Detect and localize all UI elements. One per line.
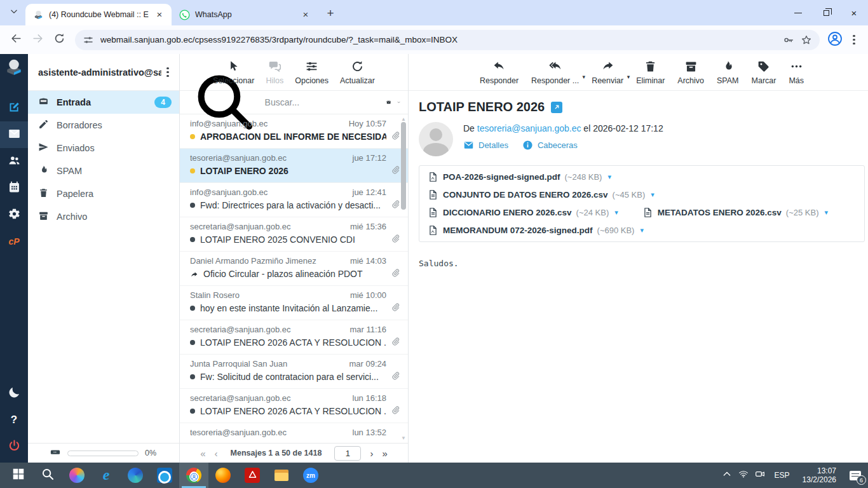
taskbar-search-button[interactable] [33, 463, 62, 488]
scroll-up-arrow[interactable]: ▲ [401, 116, 406, 122]
tab-close-icon[interactable]: × [154, 9, 165, 20]
browser-menu-button[interactable] [846, 32, 862, 48]
scrollbar-thumb[interactable] [401, 122, 406, 210]
attachment-menu-caret-icon[interactable]: ▾ [607, 173, 611, 181]
rail-compose-button[interactable] [0, 95, 28, 121]
attachment-name[interactable]: DICCIONARIO ENERO 2026.csv [443, 208, 572, 217]
details-toggle[interactable]: Detalles [463, 140, 508, 151]
taskbar-edge[interactable] [121, 463, 150, 488]
attachment-item[interactable]: METADATOS ENERO 2026.csv (~25 KB) ▾ [642, 207, 828, 218]
folder-item-entrada[interactable]: Entrada 4 [28, 91, 179, 114]
list-scrollbar[interactable]: ▲ ▼ [400, 114, 407, 443]
rail-mail-button[interactable] [0, 121, 28, 148]
attachment-menu-caret-icon[interactable]: ▾ [651, 191, 654, 199]
attachment-menu-caret-icon[interactable]: ▾ [640, 226, 644, 234]
select-button[interactable]: Seleccionar [213, 60, 254, 85]
attachment-item[interactable]: MEMORANDUM 072-2026-signed.pdf (~690 KB)… [428, 225, 644, 236]
attachment-item[interactable]: POA-2026-signed-signed.pdf (~248 KB) ▾ [428, 172, 611, 182]
message-row[interactable]: secretaria@sanjuan.gob.ecmié 15:36 LOTAI… [180, 217, 408, 252]
tray-wifi[interactable] [735, 463, 752, 488]
forward-caret-icon[interactable]: ▾ [627, 74, 630, 80]
page-number-input[interactable] [334, 446, 361, 461]
reply-all-button[interactable]: Responder ...▾ [531, 60, 579, 85]
read-dot[interactable] [190, 203, 195, 208]
sender-email-link[interactable]: tesoreria@sanjuan.gob.ec [477, 123, 581, 133]
read-dot[interactable] [190, 374, 195, 379]
taskbar-zoom[interactable]: zm [296, 463, 325, 488]
browser-tab-roundcube[interactable]: (4) Roundcube Webmail :: Entra × [25, 4, 172, 25]
scroll-down-arrow[interactable]: ▼ [401, 435, 406, 441]
attachment-item[interactable]: CONJUNTO DE DATOS ENERO 2026.csv (~45 KB… [428, 189, 654, 200]
taskbar-acrobat[interactable] [238, 463, 267, 488]
message-row[interactable]: tesoreria@sanjuan.gob.eclun 13:52 [180, 423, 408, 443]
reply-button[interactable]: Responder [480, 60, 519, 85]
reload-button[interactable] [50, 30, 69, 50]
message-row[interactable]: info@sanjuan.gob.ecHoy 10:57 APROBACION … [180, 114, 408, 149]
read-dot[interactable] [190, 237, 195, 242]
message-row[interactable]: Stalin Roseromié 10:00 hoy en este insta… [180, 286, 408, 320]
url-text[interactable]: webmail.sanjuan.gob.ec/cpsess9192276835/… [100, 35, 776, 44]
browser-tab-whatsapp[interactable]: WhatsApp × [172, 4, 318, 25]
reply-all-caret-icon[interactable]: ▾ [583, 74, 586, 80]
message-row[interactable]: Junta Parroquial San Juanmar 09:24 Fw: S… [180, 355, 408, 389]
attachment-item[interactable]: DICCIONARIO ENERO 2026.csv (~24 KB) ▾ [428, 207, 618, 218]
mark-button[interactable]: Marcar [752, 60, 776, 85]
close-button[interactable]: × [840, 0, 868, 25]
start-button[interactable] [4, 463, 33, 488]
rail-logout-button[interactable] [0, 433, 28, 460]
folder-item-enviados[interactable]: Enviados [28, 137, 179, 159]
search-scope-mail-icon[interactable] [386, 96, 391, 109]
password-key-icon[interactable] [783, 34, 794, 46]
forward-button[interactable]: Reenviar▾ [592, 60, 623, 85]
next-page-button[interactable]: › [370, 449, 373, 458]
taskbar-copilot[interactable] [62, 463, 92, 488]
minimize-button[interactable] [784, 0, 812, 25]
delete-button[interactable]: Eliminar [636, 60, 665, 85]
read-dot[interactable] [190, 340, 195, 345]
restore-button[interactable] [812, 0, 840, 25]
threads-button[interactable]: Hilos [266, 60, 283, 85]
options-button[interactable]: Opciones [295, 60, 329, 85]
search-options-chevron-icon[interactable] [397, 98, 400, 107]
prev-page-button[interactable]: ‹ [215, 449, 218, 458]
tray-expand-button[interactable] [719, 463, 735, 488]
rail-darkmode-button[interactable] [0, 380, 28, 407]
attachment-menu-caret-icon[interactable]: ▾ [825, 208, 829, 217]
back-button[interactable] [6, 30, 25, 50]
rail-calendar-button[interactable] [0, 175, 28, 201]
taskbar-outlook[interactable] [150, 463, 179, 488]
read-dot[interactable] [190, 409, 195, 414]
attachment-name[interactable]: METADATOS ENERO 2026.csv [658, 208, 782, 217]
rail-settings-button[interactable] [0, 201, 28, 228]
address-bar[interactable]: webmail.sanjuan.gob.ec/cpsess9192276835/… [75, 30, 820, 50]
message-row[interactable]: Daniel Armando Pazmiño Jimenezmié 14:03 … [180, 252, 408, 286]
taskbar-chrome[interactable] [179, 463, 208, 488]
unread-dot[interactable] [190, 168, 195, 173]
headers-toggle[interactable]: Cabeceras [522, 140, 578, 151]
message-row[interactable]: secretaria@sanjuan.gob.ecmar 11:16 LOTAI… [180, 320, 408, 355]
attachment-name[interactable]: MEMORANDUM 072-2026-signed.pdf [443, 226, 593, 235]
spam-button[interactable]: SPAM [717, 60, 739, 85]
notification-center-button[interactable]: 6 [843, 463, 868, 488]
tray-meet-now[interactable] [752, 463, 768, 488]
new-tab-button[interactable]: + [322, 4, 339, 22]
archive-button[interactable]: Archivo [677, 60, 704, 85]
folder-item-archivo[interactable]: Archivo [28, 205, 179, 228]
open-in-new-window-button[interactable] [551, 102, 562, 113]
unread-dot[interactable] [190, 134, 195, 139]
rail-help-button[interactable]: ? [0, 407, 28, 433]
tab-search-button[interactable] [5, 4, 23, 22]
read-dot[interactable] [190, 306, 195, 311]
taskbar-firefox[interactable] [208, 463, 238, 488]
more-button[interactable]: Más [789, 60, 804, 85]
rail-contacts-button[interactable] [0, 148, 28, 175]
attachment-name[interactable]: CONJUNTO DE DATOS ENERO 2026.csv [443, 190, 608, 200]
bookmark-star-icon[interactable] [801, 34, 812, 46]
refresh-button[interactable]: Actualizar [340, 60, 375, 85]
folder-item-borradores[interactable]: Borradores [28, 114, 179, 137]
search-input[interactable] [265, 97, 380, 107]
tray-clock[interactable]: 13:07 13/2/2026 [796, 466, 843, 484]
site-settings-icon[interactable] [83, 34, 94, 46]
message-row-selected[interactable]: tesoreria@sanjuan.gob.ecjue 17:12 LOTAIP… [180, 149, 408, 183]
message-row[interactable]: info@sanjuan.gob.ecjue 12:41 Fwd: Direct… [180, 183, 408, 217]
